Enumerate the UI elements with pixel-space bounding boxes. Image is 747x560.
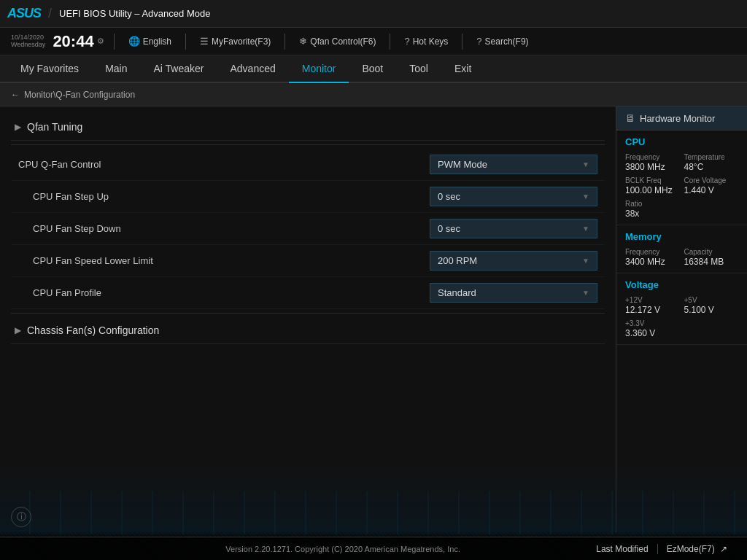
chassis-fan-label: Chassis Fan(s) Configuration (27, 324, 159, 336)
ez-mode-button[interactable]: EzMode(F7) ↗ (658, 544, 736, 554)
voltage-section-title: Voltage (625, 279, 738, 290)
datetime: 10/14/2020 Wednesday (11, 34, 45, 49)
cpu-qfan-control-value: PWM Mode (438, 159, 487, 170)
v33-label: +3.3V (625, 319, 680, 327)
cpu-bclk-item: BCLK Freq 100.00 MHz (625, 176, 680, 195)
cpu-temperature-value: 48°C (684, 162, 739, 172)
cpu-qfan-control-arrow: ▼ (582, 160, 589, 168)
info-button[interactable]: ⓘ (11, 507, 31, 527)
divider-5 (462, 34, 462, 50)
hotkeys-label: Hot Keys (413, 36, 449, 47)
cpu-ratio-item: Ratio 38x (625, 200, 738, 219)
tab-boot[interactable]: Boot (349, 55, 396, 83)
cpu-fan-speed-dropdown[interactable]: 200 RPM ▼ (430, 251, 597, 271)
cpu-temperature-label: Temperature (684, 153, 739, 161)
tab-monitor[interactable]: Monitor (289, 55, 349, 83)
hw-monitor-icon: 🖥 (625, 112, 635, 124)
v12-item: +12V 12.172 V (625, 296, 680, 315)
hw-monitor-header: 🖥 Hardware Monitor (616, 106, 747, 131)
info-bar: 10/14/2020 Wednesday 20:44 ⚙ 🌐 English ☰… (0, 28, 747, 55)
logo-divider: / (48, 6, 52, 21)
search-label: Search(F9) (485, 36, 529, 47)
tab-tool[interactable]: Tool (396, 55, 441, 83)
v5-label: +5V (684, 296, 739, 304)
cpu-fan-stepdown-label: CPU Fan Step Down (18, 223, 430, 234)
separator-2 (11, 313, 605, 314)
search-button[interactable]: ? Search(F9) (472, 34, 533, 48)
chassis-fan-expander[interactable]: ▶ Chassis Fan(s) Configuration (11, 317, 605, 344)
tab-favorites[interactable]: My Favorites (7, 55, 92, 83)
cpu-ratio-value: 38x (625, 209, 738, 219)
cpu-qfan-control-label: CPU Q-Fan Control (18, 159, 430, 170)
cpu-frequency-item: Frequency 3800 MHz (625, 153, 680, 172)
cpu-fan-speed-value: 200 RPM (438, 255, 477, 266)
cpu-fan-speed-arrow: ▼ (582, 257, 589, 265)
breadcrumb: ← Monitor\Q-Fan Configuration (0, 83, 747, 106)
v5-item: +5V 5.100 V (684, 296, 739, 315)
breadcrumb-arrow[interactable]: ← (11, 90, 20, 100)
myfavorite-button[interactable]: ☰ MyFavorite(F3) (196, 34, 275, 48)
cpu-fan-speed-row: CPU Fan Speed Lower Limit 200 RPM ▼ (11, 245, 605, 277)
asus-logo: ASUS (7, 6, 41, 21)
v12-value: 12.172 V (625, 305, 680, 315)
search-icon: ? (476, 36, 481, 47)
memory-section-title: Memory (625, 231, 738, 242)
nav-bar: My Favorites Main Ai Tweaker Advanced Mo… (0, 55, 747, 83)
bottom-actions: Last Modified EzMode(F7) ↗ (587, 544, 736, 554)
language-selector[interactable]: 🌐 English (124, 34, 176, 48)
qfan-icon: ❄ (299, 36, 307, 47)
voltage-section: Voltage +12V 12.172 V +5V 5.100 V +3.3V … (616, 273, 747, 345)
version-text: Version 2.20.1271. Copyright (C) 2020 Am… (98, 545, 587, 553)
hw-monitor-title: Hardware Monitor (640, 113, 715, 124)
cpu-fan-stepdown-row: CPU Fan Step Down 0 sec ▼ (11, 213, 605, 245)
cpu-fan-speed-label: CPU Fan Speed Lower Limit (18, 255, 430, 266)
separator-1 (11, 144, 605, 145)
qfan-button[interactable]: ❄ Qfan Control(F6) (295, 34, 380, 48)
cpu-fan-profile-label: CPU Fan Profile (18, 287, 430, 298)
last-modified-button[interactable]: Last Modified (587, 544, 657, 554)
memory-section: Memory Frequency 3400 MHz Capacity 16384… (616, 225, 747, 273)
cpu-frequency-label: Frequency (625, 153, 680, 161)
cpu-grid: Frequency 3800 MHz Temperature 48°C BCLK… (625, 153, 738, 195)
qfan-label: Qfan Control(F6) (310, 36, 376, 47)
memory-capacity-item: Capacity 16384 MB (684, 248, 739, 267)
tab-advanced[interactable]: Advanced (217, 55, 288, 83)
v33-value: 3.360 V (625, 328, 680, 338)
settings-gear-icon[interactable]: ⚙ (97, 36, 104, 46)
hotkeys-button[interactable]: ? Hot Keys (400, 34, 452, 48)
cpu-qfan-control-dropdown[interactable]: PWM Mode ▼ (430, 155, 597, 174)
cpu-section: CPU Frequency 3800 MHz Temperature 48°C … (616, 131, 747, 225)
voltage-grid: +12V 12.172 V +5V 5.100 V +3.3V 3.360 V (625, 296, 738, 338)
hardware-monitor-panel: 🖥 Hardware Monitor CPU Frequency 3800 MH… (616, 106, 747, 532)
bios-title: UEFI BIOS Utility – Advanced Mode (59, 8, 210, 19)
cpu-voltage-value: 1.440 V (684, 185, 739, 195)
qfan-tuning-expander[interactable]: ▶ Qfan Tuning (11, 114, 605, 141)
cpu-fan-profile-value: Standard (438, 287, 476, 298)
cpu-fan-profile-arrow: ▼ (582, 289, 589, 297)
v33-item: +3.3V 3.360 V (625, 319, 680, 338)
memory-frequency-value: 3400 MHz (625, 257, 680, 267)
qfan-tuning-label: Qfan Tuning (27, 121, 82, 133)
left-panel: ▶ Qfan Tuning CPU Q-Fan Control PWM Mode… (0, 106, 616, 532)
tab-exit[interactable]: Exit (441, 55, 484, 83)
ez-mode-label: EzMode(F7) (667, 544, 715, 554)
language-label: English (143, 36, 171, 47)
cpu-fan-profile-dropdown[interactable]: Standard ▼ (430, 283, 597, 303)
v5-value: 5.100 V (684, 305, 739, 315)
divider-2 (185, 34, 186, 50)
day-text: Wednesday (11, 42, 45, 49)
language-icon: 🌐 (128, 36, 140, 47)
tab-ai-tweaker[interactable]: Ai Tweaker (140, 55, 217, 83)
cpu-fan-stepdown-dropdown[interactable]: 0 sec ▼ (430, 219, 597, 238)
ez-mode-icon: ↗ (720, 544, 727, 554)
cpu-qfan-control-row: CPU Q-Fan Control PWM Mode ▼ (11, 149, 605, 181)
hotkeys-icon: ? (404, 36, 409, 47)
chassis-expand-arrow: ▶ (15, 325, 21, 335)
cpu-fan-stepup-label: CPU Fan Step Up (18, 191, 430, 202)
memory-frequency-label: Frequency (625, 248, 680, 256)
time-display: 20:44 ⚙ (53, 34, 104, 50)
myfav-label: MyFavorite(F3) (212, 36, 271, 47)
top-bar: ASUS / UEFI BIOS Utility – Advanced Mode (0, 0, 747, 28)
tab-main[interactable]: Main (92, 55, 140, 83)
cpu-fan-stepup-dropdown[interactable]: 0 sec ▼ (430, 187, 597, 206)
